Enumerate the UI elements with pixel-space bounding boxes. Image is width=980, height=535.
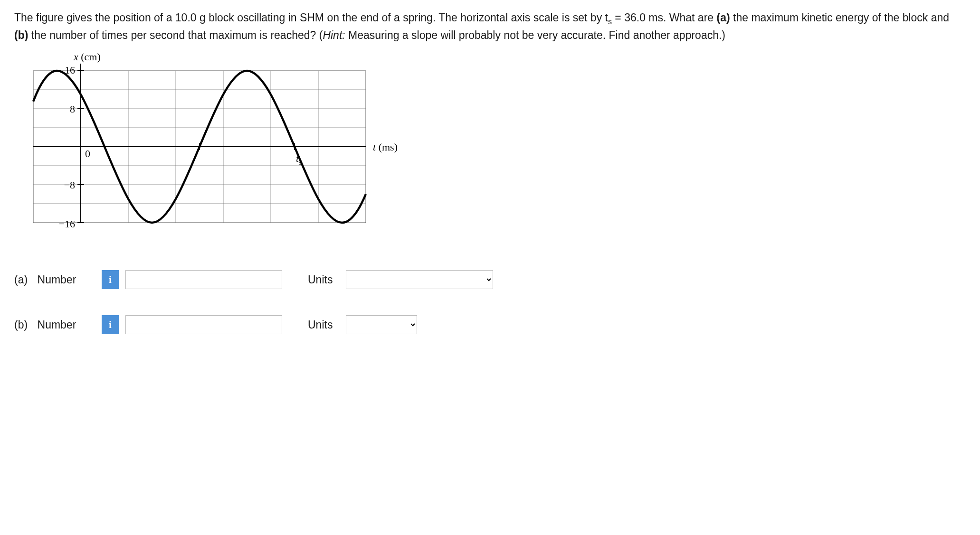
shm-plot: x (cm) 16 8 0 −8 −16 ts t (ms) (24, 52, 423, 251)
q-seg-1: The figure gives the position of a 10.0 … (14, 11, 608, 24)
ytick-m8: −8 (64, 179, 75, 191)
y-axis-label: x (cm) (73, 52, 101, 63)
answer-a-units-select[interactable] (346, 270, 493, 289)
answer-row-b: (b) Number i Units (14, 315, 966, 334)
answer-row-a: (a) Number i Units (14, 270, 966, 289)
part-b-label: (b) Number (14, 317, 95, 333)
q-seg-2: = 36.0 ms. What are (612, 11, 717, 24)
units-label-b: Units (308, 317, 333, 333)
ts-label: ts (296, 152, 302, 166)
q-seg-sub: s (608, 17, 612, 26)
q-bold-b: (b) (14, 29, 28, 41)
x-axis-label: t (ms) (373, 141, 398, 153)
ytick-m16: −16 (59, 218, 75, 230)
answer-section: (a) Number i Units (b) Number i Units (14, 270, 966, 334)
answer-a-number-input[interactable] (125, 270, 282, 289)
question-text: The figure gives the position of a 10.0 … (14, 9, 966, 43)
q-seg-5: Measuring a slope will probably not be v… (345, 29, 725, 41)
q-seg-4: the number of times per second that maxi… (28, 29, 323, 41)
ytick-0: 0 (85, 148, 90, 160)
ytick-8: 8 (70, 103, 75, 115)
q-hint: Hint: (323, 29, 345, 41)
q-bold-a: (a) (717, 11, 730, 24)
q-seg-3: the maximum kinetic energy of the block … (730, 11, 950, 24)
figure: x (cm) 16 8 0 −8 −16 ts t (ms) (24, 52, 966, 242)
answer-b-number-input[interactable] (125, 315, 282, 334)
answer-b-units-select[interactable] (346, 315, 417, 334)
info-icon[interactable]: i (102, 270, 119, 289)
ytick-16: 16 (65, 64, 75, 76)
units-label-a: Units (308, 272, 333, 288)
info-icon[interactable]: i (102, 315, 119, 334)
part-a-label: (a) Number (14, 272, 95, 288)
